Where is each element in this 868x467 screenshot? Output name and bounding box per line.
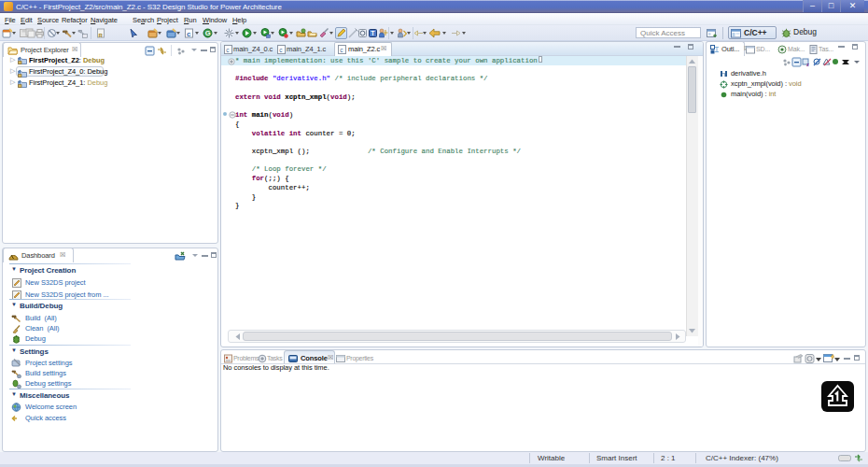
svg-text:z: z xyxy=(806,62,809,67)
svg-text:c: c xyxy=(187,30,191,38)
svg-text:T: T xyxy=(371,30,375,36)
svg-text:R: R xyxy=(99,33,104,38)
svg-text:G: G xyxy=(205,29,211,37)
